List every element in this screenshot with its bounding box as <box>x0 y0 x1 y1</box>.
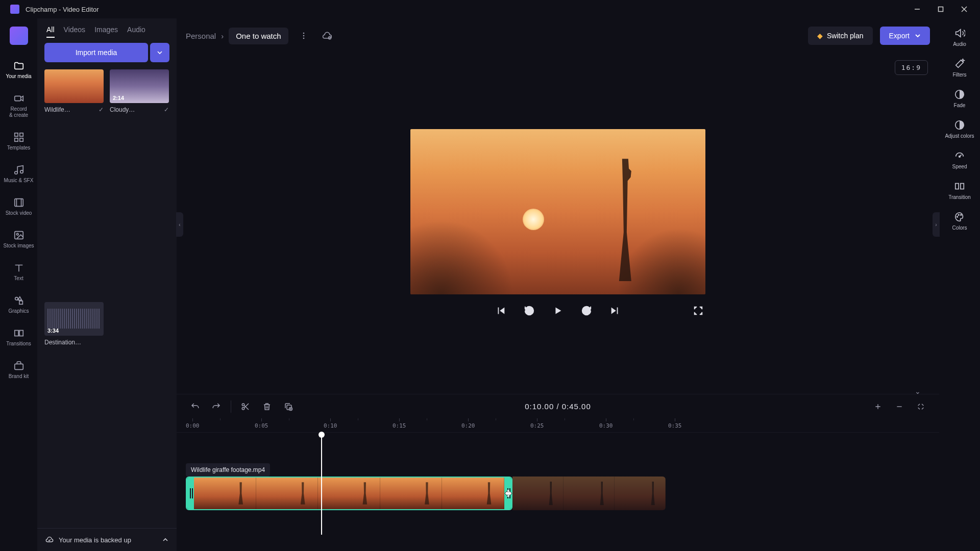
props-transition[interactable]: Transition <box>948 181 971 200</box>
undo-button[interactable] <box>186 397 204 416</box>
timeline-clip[interactable] <box>186 477 512 510</box>
clip-trim-handle-right[interactable] <box>504 478 511 509</box>
undo-icon <box>190 402 200 411</box>
close-button[interactable] <box>952 0 976 18</box>
minus-icon <box>895 403 903 411</box>
music-icon <box>13 164 24 176</box>
rail-transitions[interactable]: Transitions <box>0 325 37 349</box>
check-icon: ✓ <box>99 106 104 113</box>
svg-rect-34 <box>955 184 959 189</box>
media-tabs: All Videos Images Audio <box>37 18 177 43</box>
timeline-toolbar: ⌄ 0:10.00 / 0:45.00 <box>177 394 939 418</box>
fullscreen-button[interactable] <box>691 304 705 318</box>
rail-music-sfx[interactable]: Music & SFX <box>0 162 37 186</box>
seek-back-button[interactable] <box>522 304 536 318</box>
dots-vertical-icon <box>300 32 308 40</box>
ruler-label: 0:30 <box>599 422 613 429</box>
media-item[interactable]: 2:14 Cloudy… ✓ <box>110 69 169 296</box>
time-display: 0:10.00 / 0:45.00 <box>525 402 591 411</box>
collapse-timeline-button[interactable]: ⌄ <box>915 387 921 395</box>
maximize-button[interactable] <box>929 0 952 18</box>
props-label: Colors <box>952 225 967 231</box>
svg-point-21 <box>303 33 304 34</box>
speaker-icon <box>954 28 965 39</box>
switch-plan-button[interactable]: ◆ Switch plan <box>808 27 873 45</box>
minimize-button[interactable] <box>905 0 929 18</box>
clipchamp-logo-icon[interactable] <box>10 27 28 45</box>
props-colors[interactable]: Colors <box>952 211 967 231</box>
play-button[interactable] <box>551 304 565 318</box>
window-controls <box>905 0 976 18</box>
props-speed[interactable]: Speed <box>952 150 967 169</box>
zoom-fit-button[interactable] <box>912 397 930 416</box>
media-name: Destination… <box>44 339 81 346</box>
total-time: 0:45.00 <box>562 402 591 411</box>
media-tab-all[interactable]: All <box>46 26 55 38</box>
svg-point-25 <box>242 404 244 406</box>
props-filters[interactable]: Filters <box>952 58 966 78</box>
preview-area: 16:9 <box>177 53 939 394</box>
grid-icon <box>13 132 24 143</box>
transition-icon <box>954 181 965 192</box>
project-name-input[interactable]: One to watch <box>229 28 288 44</box>
redo-button[interactable] <box>207 397 226 416</box>
cloud-sync-button[interactable] <box>319 28 335 44</box>
rail-brand-kit[interactable]: Brand kit <box>0 358 37 382</box>
import-media-dropdown[interactable] <box>150 43 169 62</box>
ruler-label: 0:05 <box>255 422 268 429</box>
timeline-ruler[interactable]: 0:00 0:05 0:10 0:15 0:20 0:25 0:30 0:35 <box>177 418 939 433</box>
rail-graphics[interactable]: Graphics <box>0 293 37 316</box>
more-options-button[interactable] <box>296 28 312 44</box>
skip-end-button[interactable] <box>608 304 622 318</box>
rail-text[interactable]: Text <box>0 260 37 284</box>
backup-status-text: Your media is backed up <box>59 536 131 544</box>
rail-your-media[interactable]: Your media <box>0 58 37 82</box>
rail-label: Record & create <box>9 106 28 118</box>
rail-label: Brand kit <box>9 373 29 380</box>
rail-record-create[interactable]: Record & create <box>0 91 37 120</box>
props-label: Adjust colors <box>945 133 974 139</box>
export-button[interactable]: Export <box>880 27 930 45</box>
media-grid: Wildlife… ✓ 2:14 Cloudy… ✓ 3:34 Destinat <box>37 69 177 528</box>
svg-rect-1 <box>939 7 943 12</box>
aspect-ratio-button[interactable]: 16:9 <box>895 60 928 75</box>
briefcase-icon <box>13 360 24 371</box>
delete-button[interactable] <box>258 397 276 416</box>
text-icon <box>13 262 24 273</box>
playhead[interactable] <box>321 433 322 535</box>
rail-stock-video[interactable]: Stock video <box>0 195 37 218</box>
zoom-out-button[interactable] <box>890 397 909 416</box>
media-tab-videos[interactable]: Videos <box>64 26 86 38</box>
duplicate-button[interactable] <box>279 397 298 416</box>
video-preview[interactable] <box>410 129 705 294</box>
props-adjust-colors[interactable]: Adjust colors <box>945 119 974 139</box>
backup-status-bar[interactable]: Your media is backed up <box>37 528 177 551</box>
media-item[interactable]: 3:34 Destination… <box>44 302 104 529</box>
export-label: Export <box>889 32 910 40</box>
split-button[interactable] <box>236 397 255 416</box>
props-audio[interactable]: Audio <box>953 28 966 47</box>
clip-tooltip: Wildlife giraffe footage.mp4 <box>186 463 270 477</box>
shapes-icon <box>13 295 24 306</box>
media-duration: 2:14 <box>113 95 124 101</box>
zoom-in-button[interactable] <box>869 397 887 416</box>
breadcrumb-root[interactable]: Personal <box>186 32 216 40</box>
svg-rect-20 <box>14 364 23 369</box>
import-media-button[interactable]: Import media <box>44 43 148 62</box>
clip-trim-handle-left[interactable] <box>187 478 194 509</box>
props-fade[interactable]: Fade <box>954 89 966 108</box>
svg-point-9 <box>14 171 17 174</box>
media-tab-images[interactable]: Images <box>94 26 118 38</box>
ruler-label: 0:20 <box>461 422 475 429</box>
props-label: Filters <box>952 72 966 78</box>
svg-point-22 <box>303 35 304 37</box>
media-tab-audio[interactable]: Audio <box>127 26 145 38</box>
timeline[interactable]: 0:00 0:05 0:10 0:15 0:20 0:25 0:30 0:35 … <box>177 418 939 551</box>
media-item[interactable]: Wildlife… ✓ <box>44 69 104 296</box>
media-thumbnail: 2:14 <box>110 69 169 103</box>
track-area[interactable]: Wildlife giraffe footage.mp4 <box>177 433 939 535</box>
skip-start-button[interactable] <box>494 304 508 318</box>
seek-forward-button[interactable] <box>579 304 594 318</box>
rail-templates[interactable]: Templates <box>0 130 37 153</box>
rail-stock-images[interactable]: Stock images <box>0 228 37 251</box>
